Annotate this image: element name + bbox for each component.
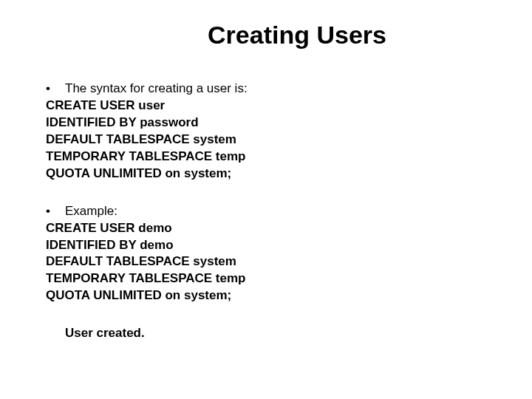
code-line: TEMPORARY TABLESPACE temp	[46, 149, 486, 166]
bullet-text: Example:	[65, 203, 117, 220]
code-line: DEFAULT TABLESPACE system	[46, 132, 486, 149]
result-message: User created.	[46, 325, 486, 342]
code-line: QUOTA UNLIMITED on system;	[46, 166, 486, 183]
bullet-item: • The syntax for creating a user is:	[46, 81, 486, 98]
slide: Creating Users • The syntax for creating…	[0, 0, 532, 399]
bullet-dot: •	[46, 203, 65, 220]
code-line: IDENTIFIED BY demo	[46, 237, 486, 254]
bullet-item: • Example:	[46, 203, 486, 220]
code-line: DEFAULT TABLESPACE system	[46, 253, 486, 270]
page-title: Creating Users	[46, 21, 486, 50]
syntax-block: • The syntax for creating a user is: CRE…	[46, 81, 486, 183]
example-block: • Example: CREATE USER demo IDENTIFIED B…	[46, 203, 486, 305]
bullet-dot: •	[46, 81, 65, 98]
code-line: TEMPORARY TABLESPACE temp	[46, 270, 486, 287]
slide-content: • The syntax for creating a user is: CRE…	[46, 81, 486, 342]
code-line: QUOTA UNLIMITED on system;	[46, 287, 486, 304]
code-line: CREATE USER user	[46, 98, 486, 115]
code-line: IDENTIFIED BY password	[46, 115, 486, 132]
bullet-text: The syntax for creating a user is:	[65, 81, 248, 98]
code-line: CREATE USER demo	[46, 220, 486, 237]
